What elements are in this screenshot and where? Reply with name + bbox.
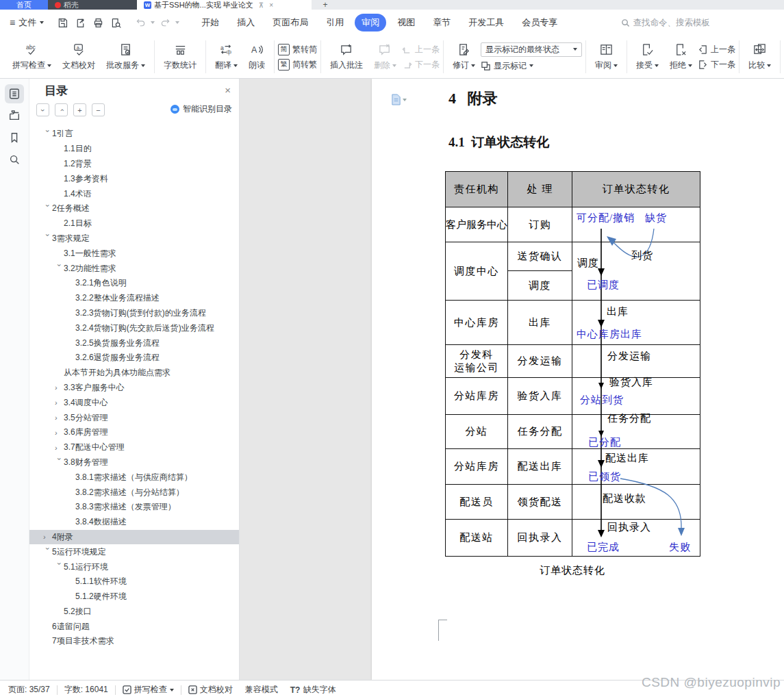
toc-item[interactable]: ›3.5分站管理 bbox=[29, 410, 239, 425]
missing-font-indicator[interactable]: T? 缺失字体 bbox=[290, 684, 336, 696]
tab-section[interactable]: 章节 bbox=[426, 14, 457, 31]
toc-item[interactable]: 5.2接口 bbox=[29, 605, 239, 620]
tab-view[interactable]: 视图 bbox=[390, 14, 422, 31]
print-button[interactable] bbox=[89, 14, 107, 31]
show-markup-button[interactable]: 显示标记 bbox=[481, 60, 582, 72]
pin-icon[interactable]: ⊼ bbox=[259, 1, 264, 9]
toc-item[interactable]: 6遗留问题 bbox=[29, 619, 239, 634]
chevron-down-icon[interactable]: › bbox=[55, 458, 64, 467]
toc-item[interactable]: 3.1一般性需求 bbox=[29, 246, 239, 261]
toc-item[interactable]: 3.2.4货物订购(先交款后送货)业务流程 bbox=[29, 320, 239, 335]
markup-state-dropdown[interactable]: 显示标记的最终状态 bbox=[481, 42, 582, 57]
toc-item[interactable]: ›4附录 bbox=[29, 530, 239, 545]
collapse-all-button[interactable]: − bbox=[92, 103, 105, 116]
toc-item[interactable]: ›3.4调度中心 bbox=[29, 395, 239, 410]
doc-proof-button[interactable]: a- 文档校对 bbox=[57, 42, 101, 71]
doc-proof-toggle[interactable]: 文档校对 bbox=[188, 684, 233, 696]
translate-button[interactable]: a中 翻译 bbox=[210, 42, 243, 71]
next-comment-button[interactable]: 下一条 bbox=[402, 59, 440, 71]
trad-to-simp-button[interactable]: 简繁转简 bbox=[278, 44, 317, 55]
track-changes-button[interactable]: 修订 bbox=[447, 42, 481, 71]
tab-dev-tools[interactable]: 开发工具 bbox=[461, 14, 511, 31]
tab-page-layout[interactable]: 页面布局 bbox=[266, 14, 315, 31]
save-button[interactable] bbox=[53, 14, 71, 31]
chapter-panel-button[interactable] bbox=[5, 106, 24, 125]
print-preview-button[interactable] bbox=[107, 14, 125, 31]
toc-item[interactable]: 1.4术语 bbox=[29, 186, 239, 201]
toc-item[interactable]: ›3.8财务管理 bbox=[29, 455, 239, 470]
command-search[interactable]: 查找命令、搜索模板 bbox=[621, 17, 711, 29]
chevron-right-icon[interactable]: › bbox=[55, 444, 64, 452]
review-pane-button[interactable]: 审阅 bbox=[590, 42, 623, 71]
tab-home[interactable]: 首页 bbox=[0, 0, 48, 10]
compat-mode-indicator[interactable]: 兼容模式 bbox=[245, 684, 278, 696]
smart-recognize-button[interactable]: 智能识别目录 bbox=[170, 103, 232, 115]
toc-item[interactable]: 3.8.2需求描述（与分站结算） bbox=[29, 485, 239, 500]
prev-change-button[interactable]: 上一条 bbox=[698, 44, 735, 55]
chevron-right-icon[interactable]: › bbox=[55, 429, 64, 437]
undo-button[interactable] bbox=[131, 14, 149, 31]
expand-all-button[interactable]: + bbox=[73, 103, 86, 116]
tab-insert[interactable]: 插入 bbox=[230, 14, 262, 31]
chevron-right-icon[interactable]: › bbox=[55, 383, 64, 392]
next-change-button[interactable]: 下一条 bbox=[698, 59, 735, 71]
review-service-button[interactable]: 批改服务 bbox=[101, 42, 151, 71]
toc-item[interactable]: ›5运行环境规定 bbox=[29, 544, 239, 559]
close-tab-icon[interactable]: × bbox=[269, 1, 273, 9]
revision-indicator[interactable] bbox=[391, 94, 407, 105]
simp-to-trad-button[interactable]: 繁简转繁 bbox=[278, 59, 317, 71]
bookmark-panel-button[interactable] bbox=[5, 128, 24, 147]
expand-down-button[interactable]: › bbox=[36, 103, 49, 116]
spellcheck-toggle[interactable]: 拼写检查 bbox=[123, 684, 174, 696]
toc-item[interactable]: ›3.6库房管理 bbox=[29, 425, 239, 440]
toc-item[interactable]: 3.8.4数据描述 bbox=[29, 515, 239, 530]
delete-comment-button[interactable]: 删除 bbox=[368, 42, 402, 71]
compare-button[interactable]: 比较 bbox=[743, 42, 776, 71]
tab-docer[interactable]: 稻壳 bbox=[48, 0, 86, 10]
read-aloud-button[interactable]: A 朗读 bbox=[243, 42, 270, 71]
toc-item[interactable]: 3.8.1需求描述（与供应商结算） bbox=[29, 470, 239, 485]
redo-button[interactable] bbox=[156, 14, 174, 31]
collapse-up-button[interactable]: › bbox=[55, 103, 68, 116]
tab-document[interactable]: W 基于SSH的物...实现 毕业论文 ⊼ × bbox=[137, 0, 312, 10]
toc-item[interactable]: 7项目非技术需求 bbox=[29, 634, 239, 649]
toc-item[interactable]: 1.1目的 bbox=[29, 142, 239, 157]
close-panel-icon[interactable]: × bbox=[225, 84, 231, 96]
tab-start[interactable]: 开始 bbox=[194, 14, 226, 31]
chevron-down-icon[interactable]: › bbox=[44, 129, 52, 138]
chevron-down-icon[interactable]: › bbox=[44, 548, 52, 557]
undo-dropdown-icon[interactable] bbox=[151, 21, 155, 24]
toc-item[interactable]: 3.8.3需求描述（发票管理） bbox=[29, 500, 239, 515]
toc-item[interactable]: ›3需求规定 bbox=[29, 231, 239, 246]
toc-item[interactable]: ›3.2功能性需求 bbox=[29, 261, 239, 276]
contents-panel-button[interactable] bbox=[5, 84, 24, 103]
accept-button[interactable]: 接受 bbox=[631, 42, 664, 71]
toc-item[interactable]: ›2任务概述 bbox=[29, 201, 239, 216]
chevron-right-icon[interactable]: › bbox=[55, 398, 64, 407]
toc-item[interactable]: ›5.1运行环境 bbox=[29, 559, 239, 574]
toc-item[interactable]: 1.2背景 bbox=[29, 157, 239, 172]
toc-item[interactable]: 2.1目标 bbox=[29, 216, 239, 231]
search-panel-button[interactable] bbox=[5, 150, 24, 169]
toc-item[interactable]: 1.3参考资料 bbox=[29, 171, 239, 186]
export-button[interactable] bbox=[71, 14, 89, 31]
tab-member[interactable]: 会员专享 bbox=[515, 14, 564, 31]
word-count-button[interactable]: 字数统计 bbox=[158, 42, 202, 71]
tab-references[interactable]: 引用 bbox=[319, 14, 351, 31]
toc-item[interactable]: 3.2.2整体业务流程描述 bbox=[29, 291, 239, 306]
spell-check-button[interactable]: abc 拼写检查 bbox=[7, 42, 57, 71]
file-menu-button[interactable]: ≡ 文件 bbox=[10, 16, 44, 29]
chevron-down-icon[interactable]: › bbox=[44, 234, 52, 243]
toc-item[interactable]: 5.1.1软件环境 bbox=[29, 574, 239, 589]
new-tab-button[interactable]: + bbox=[312, 0, 339, 10]
toc-item[interactable]: 从本节开始为具体功能点需求 bbox=[29, 366, 239, 381]
toc-item[interactable]: 5.1.2硬件环境 bbox=[29, 589, 239, 605]
toc-item[interactable]: ›1引言 bbox=[29, 127, 239, 142]
chevron-right-icon[interactable]: › bbox=[43, 533, 52, 541]
reject-button[interactable]: 拒绝 bbox=[664, 42, 698, 71]
chevron-right-icon[interactable]: › bbox=[55, 414, 64, 422]
toc-item[interactable]: 3.2.5换货服务业务流程 bbox=[29, 335, 239, 351]
toc-item[interactable]: 3.2.6退货服务业务流程 bbox=[29, 351, 239, 366]
prev-comment-button[interactable]: 上一条 bbox=[402, 44, 440, 55]
toc-item[interactable]: ›3.7配送中心管理 bbox=[29, 440, 239, 455]
